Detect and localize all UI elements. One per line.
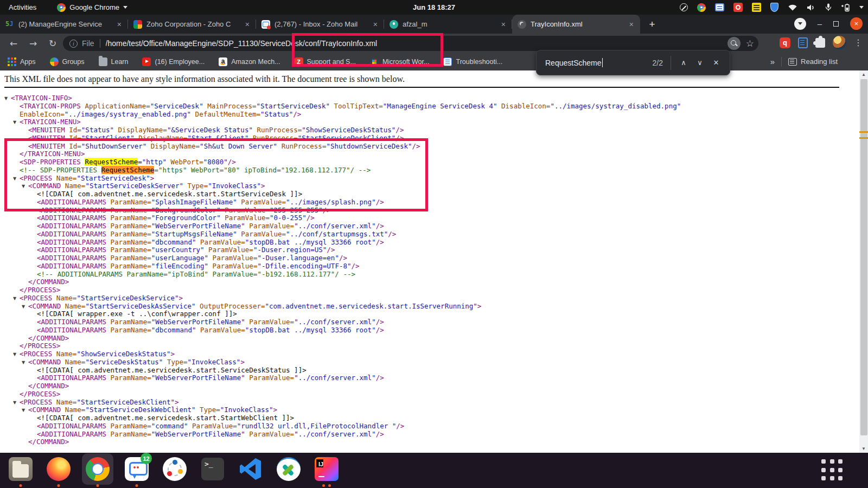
dock-manageengine[interactable] xyxy=(276,456,302,482)
bookmark-label: (16) Employee... xyxy=(155,58,205,66)
microphone-icon[interactable] xyxy=(825,3,832,11)
profile-chevron-icon[interactable] xyxy=(794,18,806,30)
running-indicator xyxy=(328,484,331,487)
restore-button[interactable] xyxy=(833,21,839,27)
show-applications-button[interactable] xyxy=(821,459,844,482)
xml-line: ▼<PROCESS Name="StartServiceDesk"> xyxy=(0,175,858,183)
dock-vscode[interactable] xyxy=(238,456,264,482)
scroll-up-arrow[interactable]: ▲ xyxy=(859,70,868,79)
scroll-down-arrow[interactable]: ▼ xyxy=(859,445,868,453)
close-button[interactable]: × xyxy=(850,17,863,30)
xml-line: <ADDITIONALPARAMS ParamName="command" Pa… xyxy=(0,422,858,431)
fold-arrow-icon[interactable]: ▼ xyxy=(22,359,28,367)
tab-zoho-corporation[interactable]: Zoho Corporation - Zoho C × xyxy=(128,15,256,34)
find-close-button[interactable]: ✕ xyxy=(708,55,724,71)
bookmark-microsoft[interactable]: Microsoft Wor... xyxy=(370,57,430,66)
page-info-icon[interactable]: i xyxy=(69,40,78,48)
tab-close-icon[interactable]: × xyxy=(116,20,123,29)
tray-chrome-icon[interactable] xyxy=(697,3,706,12)
tray-phone-icon[interactable] xyxy=(733,3,743,12)
tray-chevron-down-icon[interactable] xyxy=(859,6,864,9)
wifi-icon[interactable] xyxy=(788,4,797,11)
tray-shield-icon[interactable] xyxy=(770,3,778,12)
fold-arrow-icon[interactable]: ▼ xyxy=(22,303,28,311)
fold-arrow-icon[interactable]: ▼ xyxy=(22,183,28,191)
tab-manageengine[interactable]: 5J (2) ManageEngine Service × xyxy=(0,15,128,34)
do-not-disturb-icon[interactable] xyxy=(680,3,688,11)
fold-arrow-icon[interactable]: ▼ xyxy=(13,175,20,183)
xml-line: <!-- ADDITIONALPARAMS ParamName="ipToBin… xyxy=(0,271,858,279)
reading-list-button[interactable]: Reading list xyxy=(788,57,838,66)
bookmark-support[interactable]: Z Support and S... xyxy=(295,57,356,66)
battery-icon[interactable] xyxy=(841,3,850,12)
bookmark-groups[interactable]: Groups xyxy=(50,57,85,66)
tab-title: (2,767) - Inbox - Zoho Mail xyxy=(275,20,368,28)
back-button[interactable]: ← xyxy=(7,36,21,50)
tab-close-icon[interactable]: × xyxy=(500,20,507,29)
reload-button[interactable]: ↻ xyxy=(46,36,60,50)
tray-notes-icon[interactable] xyxy=(752,3,761,12)
tab-close-icon[interactable]: × xyxy=(372,20,379,29)
fold-arrow-icon[interactable]: ▼ xyxy=(4,95,11,103)
dock-zoho-app[interactable] xyxy=(162,456,188,482)
dock-terminal[interactable]: >_ xyxy=(200,456,226,482)
extension-q-icon[interactable]: q xyxy=(780,37,790,48)
extensions-puzzle-icon[interactable] xyxy=(815,38,825,48)
tab-trayiconinfo-xml[interactable]: TrayIconInfo.xml × xyxy=(512,15,640,34)
bookmark-learn[interactable]: Learn xyxy=(99,57,129,66)
fold-arrow-icon[interactable]: ▼ xyxy=(13,351,20,359)
find-input[interactable]: RequestScheme xyxy=(545,58,653,67)
bookmark-label: Amazon Mech... xyxy=(231,58,280,66)
url-scheme-label: File xyxy=(82,39,94,48)
desktop-screen: Activities Google Chrome Jun 18 18:27 5J xyxy=(0,0,868,488)
address-bar[interactable]: i File /home/test/Office/ManageEngine/SD… xyxy=(63,36,758,51)
xml-line: ▼<PROCESS Name="StartServiceDeskClient"> xyxy=(0,399,858,407)
bookmark-employee[interactable]: (16) Employee... xyxy=(142,57,205,66)
clock[interactable]: Jun 18 18:27 xyxy=(413,0,455,15)
tab-afzal-m[interactable]: afzal_m × xyxy=(384,15,512,34)
bookmark-amazon[interactable]: a Amazon Mech... xyxy=(219,57,280,66)
fold-arrow-icon[interactable]: ▼ xyxy=(22,407,28,415)
activities-button[interactable]: Activities xyxy=(5,0,40,15)
xml-line: ▼<COMMAND Name="StartServiceDeskAsServic… xyxy=(0,303,858,311)
bookmarks-divider xyxy=(781,57,782,67)
new-tab-button[interactable]: + xyxy=(644,17,660,32)
forward-button[interactable]: → xyxy=(26,36,40,50)
tab-title: (2) ManageEngine Service xyxy=(18,20,112,28)
dock-intellij[interactable]: IJ xyxy=(314,456,340,482)
zoho-connect-icon xyxy=(163,457,187,481)
fold-arrow-icon[interactable]: ▼ xyxy=(13,295,20,303)
dock-files[interactable] xyxy=(8,456,34,482)
xml-line: </TRAYICON-MENU> xyxy=(0,150,858,158)
xml-line: <ADDITIONALPARAMS ParamName="dbcommand" … xyxy=(0,326,858,335)
bookmark-apps[interactable]: Apps xyxy=(8,57,36,66)
browser-menu-icon[interactable]: ⋮ xyxy=(854,37,863,48)
tab-zoho-mail[interactable]: (2,767) - Inbox - Zoho Mail × xyxy=(256,15,384,34)
fold-arrow-icon[interactable]: ▼ xyxy=(13,119,20,127)
bookmarks-bar: Apps Groups Learn (16) Employee... a Ama… xyxy=(0,53,868,70)
find-previous-button[interactable]: ∧ xyxy=(675,55,692,71)
bookmark-star-icon[interactable]: ☆ xyxy=(746,38,754,49)
search-lens-icon[interactable] xyxy=(727,37,741,50)
tray-chat-icon[interactable] xyxy=(715,3,724,11)
xml-document-tree: ▼<TRAYICON-INFO><TRAYICON-PROPS Applicat… xyxy=(0,94,858,446)
page-scrollbar[interactable]: ▲ ▼ xyxy=(859,70,868,453)
extension-notes-icon[interactable] xyxy=(798,37,808,48)
minimize-button[interactable]: – xyxy=(818,19,822,28)
app-menu-label: Google Chrome xyxy=(69,3,119,11)
dock-chat[interactable]: 12 xyxy=(124,456,150,482)
app-menu[interactable]: Google Chrome xyxy=(54,0,131,15)
volume-icon[interactable] xyxy=(807,4,816,11)
tab-close-icon[interactable]: × xyxy=(244,20,251,29)
tab-close-icon[interactable]: × xyxy=(628,20,635,29)
profile-avatar[interactable] xyxy=(833,36,846,49)
url-text[interactable]: /home/test/Office/ManageEngine/SDP_11130… xyxy=(106,39,727,48)
bookmark-troubleshooting[interactable]: Troubleshooti... xyxy=(443,57,502,66)
dock-chrome[interactable] xyxy=(85,456,111,482)
fold-arrow-icon[interactable]: ▼ xyxy=(13,399,20,407)
dock-firefox[interactable] xyxy=(46,456,72,482)
find-next-button[interactable]: ∨ xyxy=(692,55,708,71)
reading-list-label: Reading list xyxy=(801,57,838,66)
bookmarks-overflow-button[interactable]: » xyxy=(770,57,775,66)
tab-strip: 5J (2) ManageEngine Service × Zoho Corpo… xyxy=(0,15,868,34)
